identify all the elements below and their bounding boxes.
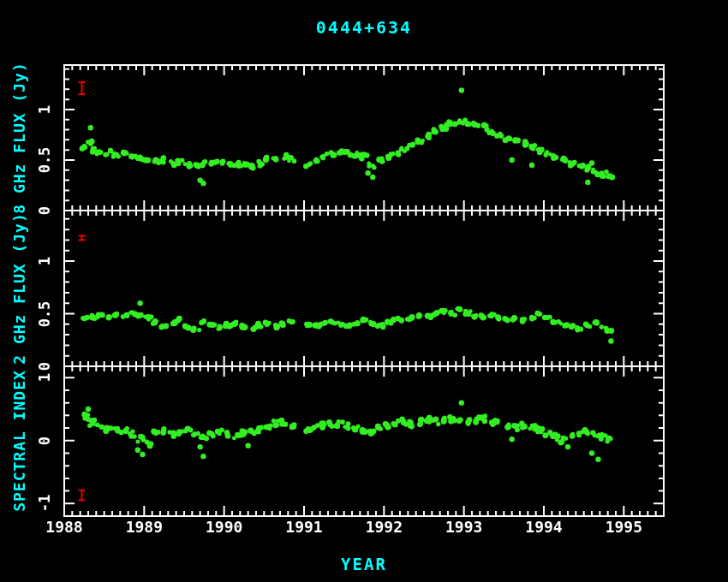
y-tick-label-spectral-index--1: -1 bbox=[36, 495, 53, 512]
y-tick-label-flux8-1: 1 bbox=[36, 105, 53, 114]
light-curve-figure: 0444+634 8 GHz FLUX (Jy) 2 GHz FLUX (Jy)… bbox=[0, 0, 728, 582]
y-tick-label-flux2-1: 1 bbox=[36, 257, 53, 265]
y-axis-title-2ghz-flux: 2 GHz FLUX (Jy) bbox=[10, 212, 28, 365]
plot-canvas bbox=[0, 0, 728, 582]
x-tick-label-1994: 1994 bbox=[525, 518, 562, 536]
y-tick-label-spectral-index-0: 0 bbox=[36, 436, 53, 445]
y-axis-title-spectral-index: SPECTRAL INDEX bbox=[10, 370, 28, 512]
x-tick-label-1988: 1988 bbox=[45, 518, 82, 536]
y-tick-label-spectral-index-1: 1 bbox=[36, 373, 53, 382]
x-tick-label-1993: 1993 bbox=[445, 518, 482, 536]
y-axis-title-8ghz-flux: 8 GHz FLUX (Jy) bbox=[10, 62, 28, 214]
y-tick-label-flux2-0.5: 0.5 bbox=[36, 300, 53, 327]
y-tick-label-flux2-0: 0 bbox=[36, 362, 53, 371]
x-tick-label-1992: 1992 bbox=[366, 518, 403, 536]
y-tick-label-flux8-0.5: 0.5 bbox=[36, 147, 53, 174]
x-tick-label-1995: 1995 bbox=[606, 518, 642, 536]
chart-title: 0444+634 bbox=[0, 17, 728, 38]
x-tick-label-1990: 1990 bbox=[206, 518, 242, 536]
x-axis-title: YEAR bbox=[0, 555, 728, 573]
x-tick-label-1991: 1991 bbox=[285, 518, 322, 536]
x-tick-label-1989: 1989 bbox=[126, 518, 163, 536]
y-tick-label-flux8-0: 0 bbox=[36, 206, 53, 215]
